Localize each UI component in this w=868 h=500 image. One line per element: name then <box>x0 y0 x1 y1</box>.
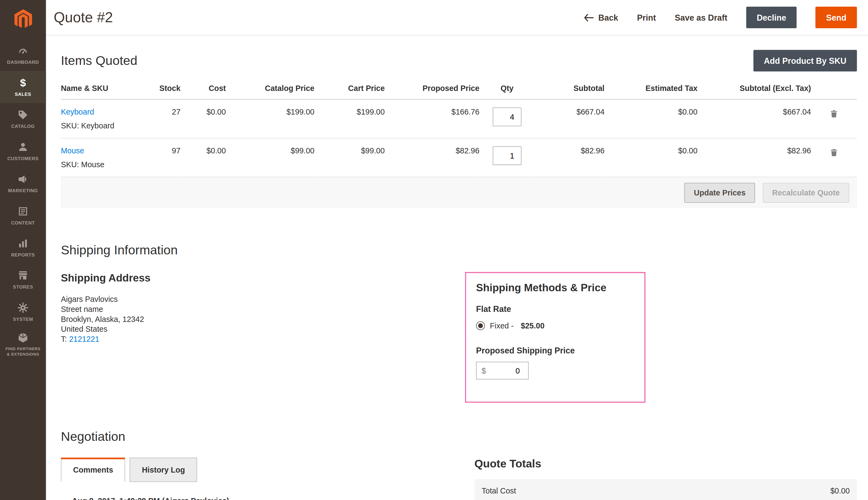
find-partners-icon <box>17 331 29 344</box>
flat-rate-fixed-radio[interactable] <box>476 321 485 330</box>
cost-value: $0.00 <box>180 99 226 138</box>
address-line: Aigars Pavlovics <box>61 294 465 304</box>
proposed-price-value: $82.96 <box>385 138 479 177</box>
totals-row-total-cost: Total Cost $0.00 <box>474 479 857 500</box>
address-line: United States <box>61 324 465 334</box>
sidebar-item-label: CUSTOMERS <box>2 156 43 162</box>
proposed-shipping-price-input[interactable] <box>486 366 523 375</box>
negotiation-columns: Comments History Log Aug 8, 2017, 1:49:2… <box>61 458 857 500</box>
sidebar-item-label: STORES <box>2 284 43 290</box>
system-icon <box>17 302 29 314</box>
sidebar-item-customers[interactable]: CUSTOMERS <box>0 135 46 167</box>
stock-value: 97 <box>144 138 181 177</box>
column-header-cost: Cost <box>180 79 226 99</box>
customers-icon <box>17 141 29 153</box>
estimated-tax-value: $0.00 <box>605 99 697 138</box>
table-header-row: Name & SKU Stock Cost Catalog Price Cart… <box>61 79 857 99</box>
quote-totals-title: Quote Totals <box>474 458 857 470</box>
comment-timestamp: Aug 8, 2017, 1:49:29 PM (Aigars Pavlovic… <box>72 497 437 500</box>
send-button[interactable]: Send <box>816 7 857 28</box>
cart-price-value: $199.00 <box>314 99 385 138</box>
column-header-estimated-tax: Estimated Tax <box>605 79 697 99</box>
phone-line: T:2121221 <box>61 334 465 344</box>
catalog-price-value: $199.00 <box>226 99 315 138</box>
address-line: Street name <box>61 304 465 314</box>
shipping-address-title: Shipping Address <box>61 272 465 284</box>
back-arrow-icon <box>584 13 594 22</box>
column-header-subtotal: Subtotal <box>535 79 605 99</box>
total-cost-value: $0.00 <box>830 486 850 496</box>
sidebar-item-catalog[interactable]: CATALOG <box>0 103 46 135</box>
page-title: Quote #2 <box>54 9 113 26</box>
cart-price-value: $99.00 <box>314 138 385 177</box>
negotiation-left: Comments History Log Aug 8, 2017, 1:49:2… <box>61 458 437 500</box>
shipping-method-option: Fixed -$25.00 <box>476 321 634 330</box>
column-header-qty: Qty <box>479 79 535 99</box>
delete-item-button[interactable] <box>828 107 840 122</box>
add-product-by-sku-button[interactable]: Add Product By SKU <box>753 50 857 72</box>
qty-input[interactable] <box>493 107 521 126</box>
shipping-option-price: $25.00 <box>521 321 544 330</box>
tab-history-log[interactable]: History Log <box>130 458 197 482</box>
column-header-subtotal-excl-tax: Subtotal (Excl. Tax) <box>697 79 811 99</box>
magento-logo[interactable] <box>0 0 46 39</box>
page-header: Quote #2 Back Print Save as Draft Declin… <box>46 0 868 36</box>
sidebar-item-reports[interactable]: REPORTS <box>0 231 46 264</box>
items-quoted-table: Name & SKU Stock Cost Catalog Price Cart… <box>61 79 857 177</box>
sidebar-item-label: FIND PARTNERS & EXTENSIONS <box>3 346 42 357</box>
shipping-address-block: Shipping Address Aigars Pavlovics Street… <box>61 272 465 344</box>
marketing-icon <box>17 173 29 185</box>
update-prices-button[interactable]: Update Prices <box>684 183 755 203</box>
address-line: Brooklyn, Alaska, 12342 <box>61 314 465 324</box>
sidebar-item-find-partners[interactable]: FIND PARTNERS & EXTENSIONS <box>0 328 46 360</box>
stores-icon <box>17 269 29 282</box>
header-actions: Back Print Save as Draft Decline Send <box>584 7 857 28</box>
quote-totals-panel: Quote Totals Total Cost $0.00 Catalog To… <box>474 458 857 500</box>
negotiation-tabs: Comments History Log <box>61 458 437 482</box>
estimated-tax-value: $0.00 <box>605 138 697 177</box>
back-button[interactable]: Back <box>584 13 618 22</box>
shipping-option-label: Fixed - <box>490 321 514 330</box>
sidebar-item-marketing[interactable]: MARKETING <box>0 167 46 199</box>
sidebar-item-dashboard[interactable]: DASHBOARD <box>0 39 46 71</box>
sidebar-item-system[interactable]: SYSTEM <box>0 296 46 328</box>
delete-item-button[interactable] <box>828 146 840 161</box>
product-sku: SKU: Keyboard <box>61 121 144 130</box>
reports-icon <box>17 237 29 249</box>
save-as-draft-button[interactable]: Save as Draft <box>675 13 727 22</box>
product-link[interactable]: Mouse <box>61 146 84 155</box>
qty-input[interactable] <box>493 146 521 165</box>
column-header-stock: Stock <box>144 79 181 99</box>
tab-comments[interactable]: Comments <box>61 458 125 482</box>
print-button[interactable]: Print <box>637 13 656 22</box>
subtotal-excl-tax-value: $667.04 <box>697 99 811 138</box>
subtotal-value: $667.04 <box>535 99 605 138</box>
comments-panel: Aug 8, 2017, 1:49:29 PM (Aigars Pavlovic… <box>61 482 437 500</box>
shipping-information-title: Shipping Information <box>61 243 857 258</box>
sidebar-item-label: CATALOG <box>2 124 43 129</box>
catalog-icon <box>17 109 29 121</box>
column-header-actions <box>811 79 857 99</box>
sidebar-item-label: CONTENT <box>2 220 43 226</box>
product-link[interactable]: Keyboard <box>61 107 94 116</box>
proposed-shipping-price-label: Proposed Shipping Price <box>476 345 634 355</box>
column-header-catalog-price: Catalog Price <box>226 79 315 99</box>
subtotal-value: $82.96 <box>535 138 605 177</box>
quote-item-row: Mouse SKU: Mouse 97 $0.00 $99.00 $99.00 … <box>61 138 857 177</box>
items-quoted-title: Items Quoted <box>61 53 137 68</box>
phone-link[interactable]: 2121221 <box>69 335 99 344</box>
sidebar-item-label: SYSTEM <box>2 317 43 322</box>
sidebar-item-sales[interactable]: SALES <box>0 71 46 103</box>
recalculate-quote-button[interactable]: Recalculate Quote <box>763 183 849 203</box>
sidebar-item-label: DASHBOARD <box>2 59 43 65</box>
proposed-price-field: $ <box>476 362 529 379</box>
items-quoted-header: Items Quoted Add Product By SKU <box>61 50 857 72</box>
decline-button[interactable]: Decline <box>746 7 797 28</box>
content-icon <box>17 205 29 217</box>
quote-item-row: Keyboard SKU: Keyboard 27 $0.00 $199.00 … <box>61 99 857 138</box>
sidebar-item-stores[interactable]: STORES <box>0 264 46 296</box>
stock-value: 27 <box>144 99 181 138</box>
comment-entry: Aug 8, 2017, 1:49:29 PM (Aigars Pavlovic… <box>72 497 437 500</box>
column-header-cart-price: Cart Price <box>314 79 385 99</box>
sidebar-item-content[interactable]: CONTENT <box>0 200 46 231</box>
